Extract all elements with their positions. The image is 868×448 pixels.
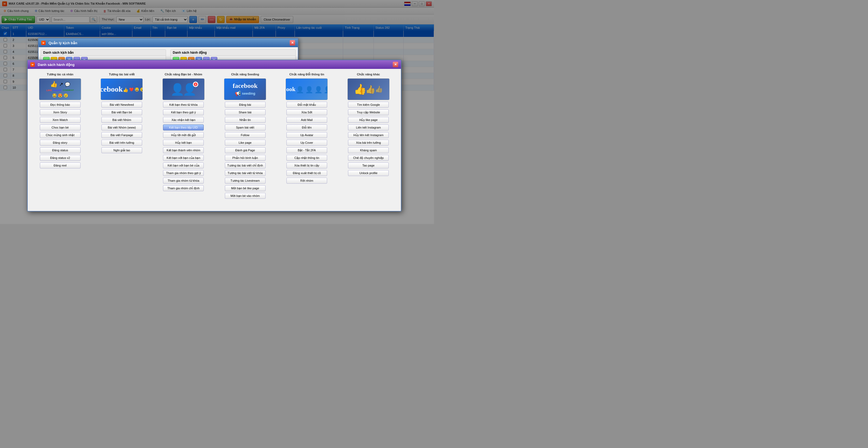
action-btn-5-8[interactable]: Tao page: [348, 162, 389, 168]
action-btn-4-9[interactable]: Đăng xuất thiết bị cũ: [286, 170, 327, 176]
action-btn-5-4[interactable]: Hủy liên kết Instagram: [348, 132, 389, 138]
action-btn-3-10[interactable]: Tương tác Livestream: [225, 178, 266, 184]
action-btn-3-12[interactable]: Mời bạn bè vào nhóm: [225, 193, 266, 199]
action-column-1: Tương tác bài viết facebook 👍❤️😂😮😢 Bài v…: [93, 72, 151, 208]
other-image: 👍 👍 👍: [348, 78, 389, 100]
action-image-0: 👍 ↗ 💬 LIKE SHARE COMMENT 😂 😍 😢: [39, 78, 81, 100]
action-btn-0-1[interactable]: Xem Story: [40, 109, 81, 115]
action-column-4: Chức năng Đổi thông tin facebook 👤 👤 👤 👤…: [278, 72, 336, 208]
action-btn-2-1[interactable]: Kết bạn theo gợi ý: [163, 109, 204, 115]
dialog-logo-icon: M: [41, 41, 45, 45]
modal-overlay: M Quản lý kịch bản ✕ Danh sách kịch bản …: [0, 0, 434, 224]
action-btn-3-4[interactable]: Follow: [225, 132, 266, 138]
action-btn-3-7[interactable]: Phản hồi bình luận: [225, 155, 266, 161]
action-image-3: facebook 📢 seeding: [224, 78, 266, 100]
seeding-image: facebook 📢 seeding: [224, 78, 266, 100]
action-btn-0-0[interactable]: Đọc thông báo: [40, 102, 81, 108]
action-btn-2-11[interactable]: Tham gia nhóm chỉ định: [163, 185, 204, 191]
action-btn-5-9[interactable]: Unlock profile: [348, 170, 389, 176]
action-column-title-4: Chức năng Đổi thông tin: [288, 72, 325, 77]
action-column-2: Chức năng Bạn bè - Nhóm 👤 👤 1 Kết bạn th…: [154, 72, 213, 208]
dialog-dlhd-header: M Danh sách hành động ✕: [28, 60, 401, 69]
action-column-title-1: Tương tác bài viết: [108, 72, 136, 77]
action-btn-0-7[interactable]: Đăng status v2: [40, 155, 81, 161]
action-btn-2-6[interactable]: Kết bạn thành viên nhóm: [163, 147, 204, 153]
dialog-qlkb-title-area: M Quản lý kịch bản: [41, 41, 77, 45]
action-image-1: facebook 👍❤️😂😮😢: [101, 78, 143, 100]
action-btn-1-5[interactable]: Bài viết trên tường: [101, 140, 142, 146]
action-btn-5-7[interactable]: Chế độ chuyên nghiệp: [348, 155, 389, 161]
qlkb-section2-header: Danh sách hành động: [170, 50, 296, 56]
dialog-dlhd-close[interactable]: ✕: [393, 62, 398, 67]
action-btn-5-2[interactable]: Hủy like page: [348, 117, 389, 123]
action-btn-4-8[interactable]: Xóa thiết bị tin cậy: [286, 162, 327, 168]
action-btn-2-4[interactable]: Hủy lời mời đã gửi: [163, 132, 204, 138]
action-btn-4-7[interactable]: Cập nhật thông tin: [286, 155, 327, 161]
action-btn-3-9[interactable]: Tương tác bài viết từ khóa: [225, 170, 266, 176]
dialog-qlkb-close[interactable]: ✕: [290, 40, 295, 45]
action-btn-0-5[interactable]: Đăng story: [40, 140, 81, 146]
action-btn-4-4[interactable]: Up Avatar: [286, 132, 327, 138]
dialog-dlhd-body: Tương tác cá nhân 👍 ↗ 💬 LIKE SHARE COMME…: [28, 69, 401, 211]
like-share-comment-image: 👍 ↗ 💬 LIKE SHARE COMMENT 😂 😍 😢: [39, 78, 81, 100]
action-btn-3-1[interactable]: Share bài: [225, 109, 266, 115]
action-btn-1-2[interactable]: Bài viết Nhóm: [101, 117, 142, 123]
dialog-danh-sach-hanh-dong: M Danh sách hành động ✕ Tương tác cá nhâ…: [27, 60, 401, 212]
action-btn-2-3[interactable]: Kết bạn theo tệp UID: [163, 125, 204, 130]
action-btn-4-5[interactable]: Up Cover: [286, 140, 327, 146]
action-btn-0-3[interactable]: Choc bạn bè: [40, 125, 81, 130]
action-column-title-2: Chức năng Bạn bè - Nhóm: [163, 72, 204, 77]
action-btn-3-2[interactable]: Nhắn tin: [225, 117, 266, 123]
action-btn-1-4[interactable]: Bài viết Fanpage: [101, 132, 142, 138]
action-btn-0-4[interactable]: Chúc mừng sinh nhật: [40, 132, 81, 138]
action-btn-5-3[interactable]: Liên kết Instagram: [348, 125, 389, 130]
action-column-title-5: Chức năng khác: [356, 72, 381, 77]
action-column-5: Chức năng khác 👍 👍 👍 Tìm kiếm GoogleTruy…: [339, 72, 398, 208]
action-image-5: 👍 👍 👍: [347, 78, 390, 100]
action-btn-0-6[interactable]: Đăng status: [40, 147, 81, 153]
action-btn-2-7[interactable]: Kết bạn với bạn của bạn: [163, 155, 204, 161]
action-btn-3-11[interactable]: Mời bạn bè like page: [225, 185, 266, 191]
action-image-2: 👤 👤 1: [162, 78, 205, 100]
action-btn-2-2[interactable]: Xác nhận kết bạn: [163, 117, 204, 123]
action-column-3: Chức năng Seeding facebook 📢 seeding Đăn…: [216, 72, 274, 208]
dialog-qlkb-title: Quản lý kịch bản: [49, 41, 77, 45]
dialog-qlkb-header: M Quản lý kịch bản ✕: [38, 38, 298, 47]
action-column-title-3: Chức năng Seeding: [230, 72, 260, 77]
action-btn-1-0[interactable]: Bài viết Newsfeed: [101, 102, 142, 108]
action-btn-0-8[interactable]: Đăng reel: [40, 162, 81, 168]
action-btn-4-6[interactable]: Bật - Tắt 2FA: [286, 147, 327, 153]
dialog-dlhd-title: Danh sách hành động: [38, 63, 74, 67]
action-btn-4-3[interactable]: Đổi tên: [286, 125, 327, 130]
action-btn-3-6[interactable]: Đánh giá Page: [225, 147, 266, 153]
action-btn-5-6[interactable]: Kháng spam: [348, 147, 389, 153]
action-btn-3-0[interactable]: Đăng bài: [225, 102, 266, 108]
action-btn-2-5[interactable]: Hủy kết bạn: [163, 140, 204, 146]
action-btn-4-10[interactable]: Rời nhóm: [286, 178, 327, 184]
action-btn-4-2[interactable]: Add Mail: [286, 117, 327, 123]
action-btn-1-1[interactable]: Bài viết Bạn bè: [101, 109, 142, 115]
action-column-0: Tương tác cá nhân 👍 ↗ 💬 LIKE SHARE COMME…: [31, 72, 89, 208]
action-btn-5-1[interactable]: Truy cập Website: [348, 109, 389, 115]
action-btn-4-1[interactable]: Xóa Sớt: [286, 109, 327, 115]
dialog-dlhd-logo-icon: M: [30, 62, 35, 67]
action-btn-3-3[interactable]: Spam bài viết: [225, 125, 266, 130]
action-btn-1-6[interactable]: Nghi giải lao: [101, 147, 142, 153]
facebook-logo-image: facebook 👍❤️😂😮😢: [101, 78, 143, 100]
friends-image: 👤 👤 1: [163, 78, 204, 100]
action-btn-5-0[interactable]: Tìm kiếm Google: [348, 102, 389, 108]
action-btn-2-10[interactable]: Tham gia nhóm từ khóa: [163, 178, 204, 184]
change-info-image: facebook 👤 👤 👤 👤 👤: [286, 78, 328, 100]
action-btn-3-5[interactable]: Like page: [225, 140, 266, 146]
action-btn-2-0[interactable]: Kết bạn theo từ khóa: [163, 102, 204, 108]
action-btn-3-8[interactable]: Tương tác bài viết chỉ định: [225, 162, 266, 168]
qlkb-section1-header: Danh sách kịch bản: [41, 50, 166, 56]
dialog-dlhd-title-area: M Danh sách hành động: [30, 62, 74, 67]
action-btn-2-9[interactable]: Tham gia nhóm theo gợi ý: [163, 170, 204, 176]
action-btn-5-5[interactable]: Xóa bài trên tường: [348, 140, 389, 146]
action-btn-1-3[interactable]: Bài viết Nhóm (www): [101, 125, 142, 130]
action-btn-4-0[interactable]: Đổi mật khẩu: [286, 102, 327, 108]
action-btn-2-8[interactable]: Kết bạn với bạn bè của: [163, 162, 204, 168]
action-column-title-0: Tương tác cá nhân: [46, 72, 74, 77]
action-btn-0-2[interactable]: Xem Watch: [40, 117, 81, 123]
